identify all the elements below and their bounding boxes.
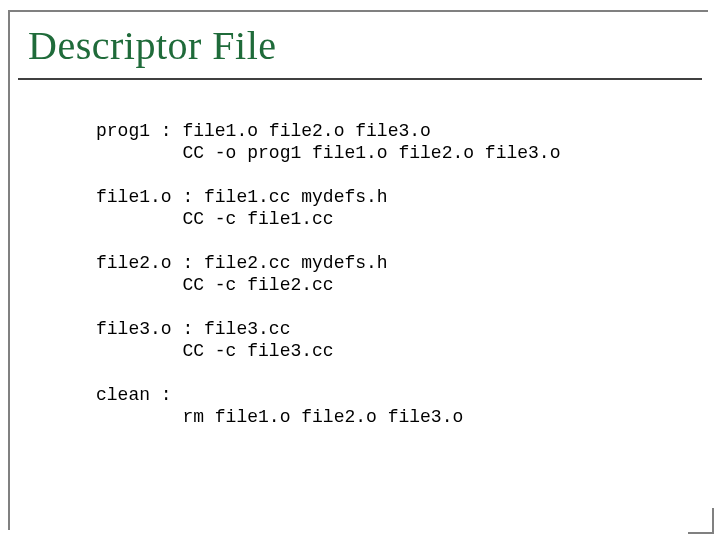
makefile-code-block: prog1 : file1.o file2.o file3.o CC -o pr… — [96, 120, 560, 428]
code-line: file3.o : file3.cc — [96, 319, 290, 339]
code-line: rm file1.o file2.o file3.o — [96, 407, 463, 427]
frame-corner-bottom-right — [688, 508, 714, 534]
frame-top — [8, 10, 708, 12]
code-line: CC -c file1.cc — [96, 209, 334, 229]
code-line: prog1 : file1.o file2.o file3.o — [96, 121, 431, 141]
slide: Descriptor File prog1 : file1.o file2.o … — [0, 0, 720, 540]
code-line: CC -c file2.cc — [96, 275, 334, 295]
code-line: file1.o : file1.cc mydefs.h — [96, 187, 388, 207]
slide-title: Descriptor File — [28, 22, 277, 69]
title-underline — [18, 78, 702, 80]
code-line: clean : — [96, 385, 172, 405]
code-line: CC -c file3.cc — [96, 341, 334, 361]
frame-left — [8, 10, 10, 530]
code-line: file2.o : file2.cc mydefs.h — [96, 253, 388, 273]
code-line: CC -o prog1 file1.o file2.o file3.o — [96, 143, 560, 163]
